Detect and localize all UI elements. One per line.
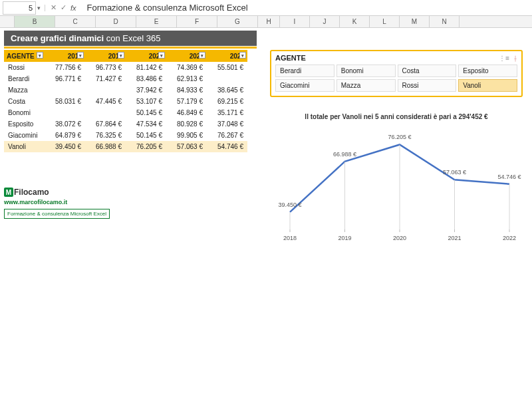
table-header[interactable]: 2022▾ bbox=[207, 50, 247, 62]
filter-dropdown-icon[interactable]: ▾ bbox=[37, 52, 43, 59]
slicer-item-costa[interactable]: Costa bbox=[398, 65, 457, 77]
agent-cell[interactable]: Bonomi bbox=[4, 107, 45, 118]
value-cell[interactable]: 84.933 € bbox=[166, 84, 207, 96]
table-row[interactable]: Giacomini64.879 €76.325 €50.145 €99.905 … bbox=[4, 130, 247, 141]
table-row[interactable]: Mazza37.942 €84.933 €38.645 € bbox=[4, 84, 247, 96]
value-cell[interactable]: 38.645 € bbox=[207, 84, 247, 96]
column-header-E[interactable]: E bbox=[136, 16, 177, 27]
value-cell[interactable]: 38.072 € bbox=[45, 118, 85, 130]
filter-dropdown-icon[interactable]: ▾ bbox=[239, 52, 246, 59]
slicer-item-rossi[interactable]: Rossi bbox=[398, 79, 457, 92]
value-cell[interactable]: 47.534 € bbox=[126, 118, 166, 130]
column-header-H[interactable]: H bbox=[258, 16, 280, 27]
value-cell[interactable]: 35.171 € bbox=[207, 107, 247, 118]
value-cell[interactable]: 76.325 € bbox=[85, 130, 126, 141]
name-box-dropdown-icon[interactable]: ▾ bbox=[36, 5, 45, 11]
table-row[interactable]: Vanoli39.450 €66.988 €76.205 €57.063 €54… bbox=[4, 141, 247, 152]
value-cell[interactable]: 37.048 € bbox=[207, 118, 247, 130]
filter-dropdown-icon[interactable]: ▾ bbox=[77, 52, 84, 59]
table-header[interactable]: AGENTE▾ bbox=[4, 50, 45, 62]
column-header-B[interactable]: B bbox=[15, 16, 55, 27]
value-cell[interactable]: 66.988 € bbox=[85, 141, 126, 152]
table-row[interactable]: Rossi77.756 €96.773 €81.142 €74.369 €55.… bbox=[4, 62, 247, 73]
column-header-C[interactable]: C bbox=[55, 16, 96, 27]
value-cell[interactable] bbox=[85, 84, 126, 96]
value-cell[interactable]: 80.928 € bbox=[166, 118, 207, 130]
column-header-J[interactable]: J bbox=[310, 16, 340, 27]
value-cell[interactable]: 57.179 € bbox=[166, 96, 207, 107]
agent-cell[interactable]: Giacomini bbox=[4, 130, 45, 141]
value-cell[interactable]: 74.369 € bbox=[166, 62, 207, 73]
slicer-item-mazza[interactable]: Mazza bbox=[336, 79, 396, 92]
value-cell[interactable]: 69.215 € bbox=[207, 96, 247, 107]
table-header[interactable]: 2019▾ bbox=[85, 50, 126, 62]
slicer-item-bonomi[interactable]: Bonomi bbox=[336, 65, 396, 77]
name-box[interactable]: 5 bbox=[3, 1, 36, 15]
value-cell[interactable]: 96.771 € bbox=[45, 73, 85, 84]
value-cell[interactable]: 96.773 € bbox=[85, 62, 126, 73]
value-cell[interactable]: 83.486 € bbox=[126, 73, 166, 84]
slicer-item-berardi[interactable]: Berardi bbox=[275, 65, 334, 77]
formula-input[interactable]: Formazione & consulenza Microsoft Excel bbox=[82, 3, 532, 13]
column-header-N[interactable]: N bbox=[430, 16, 460, 27]
value-cell[interactable]: 58.031 € bbox=[45, 96, 85, 107]
value-cell[interactable]: 99.905 € bbox=[166, 130, 207, 141]
fx-icon[interactable]: fx bbox=[70, 4, 76, 12]
cancel-icon[interactable]: ✕ bbox=[51, 3, 57, 12]
filter-dropdown-icon[interactable]: ▾ bbox=[118, 52, 124, 59]
value-cell[interactable]: 39.450 € bbox=[45, 141, 85, 152]
site-link[interactable]: www.marcofilocamo.it bbox=[4, 199, 110, 205]
value-cell[interactable]: 76.267 € bbox=[207, 130, 247, 141]
column-header-G[interactable]: G bbox=[217, 16, 258, 27]
agent-cell[interactable]: Vanoli bbox=[4, 141, 45, 152]
agent-cell[interactable]: Mazza bbox=[4, 84, 45, 96]
column-header-L[interactable]: L bbox=[370, 16, 400, 27]
value-cell[interactable]: 46.849 € bbox=[166, 107, 207, 118]
value-cell[interactable]: 62.913 € bbox=[166, 73, 207, 84]
table-header[interactable]: 2021▾ bbox=[166, 50, 207, 62]
column-header-I[interactable]: I bbox=[280, 16, 310, 27]
value-cell[interactable] bbox=[207, 73, 247, 84]
slicer-item-giacomini[interactable]: Giacomini bbox=[275, 79, 334, 92]
agent-cell[interactable]: Esposito bbox=[4, 118, 45, 130]
select-all-corner[interactable] bbox=[0, 16, 15, 27]
column-header-F[interactable]: F bbox=[177, 16, 217, 27]
value-cell[interactable]: 54.746 € bbox=[207, 141, 247, 152]
clear-filter-icon[interactable]: ⟊ bbox=[513, 55, 517, 62]
agent-cell[interactable]: Berardi bbox=[4, 73, 45, 84]
value-cell[interactable]: 67.864 € bbox=[85, 118, 126, 130]
value-cell[interactable]: 55.501 € bbox=[207, 62, 247, 73]
value-cell[interactable]: 57.063 € bbox=[166, 141, 207, 152]
agent-cell[interactable]: Rossi bbox=[4, 62, 45, 73]
value-cell[interactable]: 47.445 € bbox=[85, 96, 126, 107]
table-row[interactable]: Esposito38.072 €67.864 €47.534 €80.928 €… bbox=[4, 118, 247, 130]
table-header[interactable]: 2020▾ bbox=[126, 50, 166, 62]
value-cell[interactable]: 53.107 € bbox=[126, 96, 166, 107]
tagline-cell[interactable]: Formazione & consulenza Microsoft Excel bbox=[4, 209, 110, 219]
value-cell[interactable]: 37.942 € bbox=[126, 84, 166, 96]
filter-dropdown-icon[interactable]: ▾ bbox=[158, 52, 165, 59]
value-cell[interactable]: 81.142 € bbox=[126, 62, 166, 73]
column-header-K[interactable]: K bbox=[340, 16, 370, 27]
slicer-agente[interactable]: AGENTE ⋮≡ ⟊ BerardiBonomiCostaEspositoGi… bbox=[270, 50, 523, 97]
table-row[interactable]: Bonomi50.145 €46.849 €35.171 € bbox=[4, 107, 247, 118]
accept-icon[interactable]: ✓ bbox=[61, 3, 66, 12]
value-cell[interactable]: 50.145 € bbox=[126, 130, 166, 141]
value-cell[interactable] bbox=[85, 107, 126, 118]
multiselect-icon[interactable]: ⋮≡ bbox=[499, 55, 509, 62]
table-header[interactable]: 2018▾ bbox=[45, 50, 85, 62]
column-header-D[interactable]: D bbox=[96, 16, 136, 27]
slicer-item-esposito[interactable]: Esposito bbox=[458, 65, 517, 77]
value-cell[interactable]: 76.205 € bbox=[126, 141, 166, 152]
chart[interactable]: Il totale per Vanoli nei 5 anni consider… bbox=[270, 113, 523, 245]
table-row[interactable]: Costa58.031 €47.445 €53.107 €57.179 €69.… bbox=[4, 96, 247, 107]
table-row[interactable]: Berardi96.771 €71.427 €83.486 €62.913 € bbox=[4, 73, 247, 84]
value-cell[interactable] bbox=[45, 107, 85, 118]
value-cell[interactable]: 50.145 € bbox=[126, 107, 166, 118]
agent-cell[interactable]: Costa bbox=[4, 96, 45, 107]
value-cell[interactable] bbox=[45, 84, 85, 96]
value-cell[interactable]: 71.427 € bbox=[85, 73, 126, 84]
column-header-M[interactable]: M bbox=[400, 16, 430, 27]
value-cell[interactable]: 77.756 € bbox=[45, 62, 85, 73]
value-cell[interactable]: 64.879 € bbox=[45, 130, 85, 141]
